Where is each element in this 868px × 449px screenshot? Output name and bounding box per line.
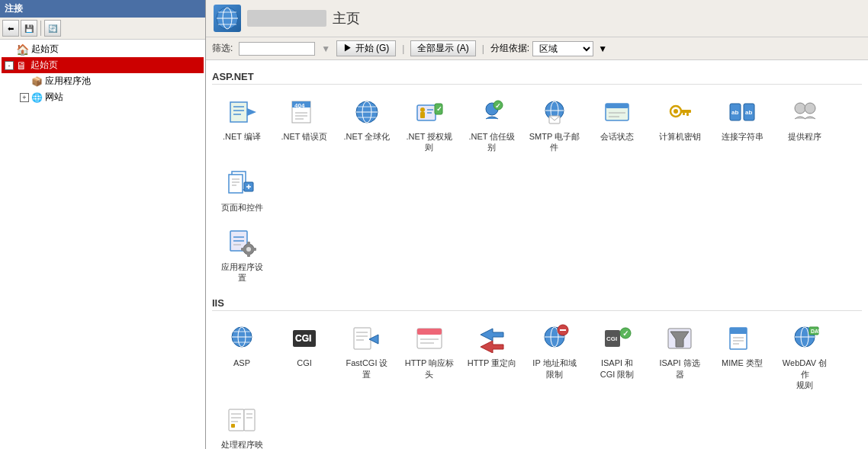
isapi-filter-icon-box: [664, 322, 696, 354]
svg-marker-86: [481, 341, 503, 353]
http-response-label: HTTP 响应标头: [405, 358, 455, 380]
sites-icon: 🌐: [31, 92, 43, 103]
machine-key-svg: [665, 98, 694, 127]
aspnet-grid: .NET 编译 404 .NET 错误页: [212, 91, 862, 218]
toolbar-sep: [40, 21, 41, 36]
group-select[interactable]: 区域: [532, 41, 593, 56]
server-icon: 🖥: [16, 59, 27, 72]
ip-domain-svg: [540, 324, 569, 353]
tree-item-server[interactable]: - 🖥 起始页: [2, 57, 204, 73]
svg-text:ab: ab: [745, 109, 752, 116]
icon-webdav[interactable]: DAV WebDAV 创作规则: [775, 317, 834, 396]
svg-point-48: [795, 103, 805, 114]
filter-sep4: ▼: [598, 43, 607, 54]
expand-sites[interactable]: +: [20, 93, 29, 102]
icon-fastcgi[interactable]: FastCGI 设置: [337, 317, 397, 396]
net-authz-label: .NET 授权规则: [407, 131, 453, 153]
icon-ip-domain[interactable]: IP 地址和域限制: [525, 317, 584, 396]
toolbar-save[interactable]: 💾: [21, 20, 37, 37]
ip-domain-label: IP 地址和域限制: [532, 358, 576, 380]
icon-machine-key[interactable]: 计算机密钥: [650, 91, 709, 159]
group-label: 分组依据:: [490, 42, 529, 55]
filter-sep2: |: [402, 43, 404, 54]
tree-item-apppool[interactable]: 📦 应用程序池: [2, 73, 204, 89]
machine-key-label: 计算机密钥: [659, 131, 701, 142]
machine-key-icon-box: [664, 96, 696, 128]
page-title: 主页: [333, 9, 360, 27]
svg-rect-99: [730, 328, 747, 334]
icon-smtp[interactable]: SMTP 电子邮件: [525, 91, 584, 159]
app-settings-label: 应用程序设置: [221, 261, 263, 284]
icon-app-settings[interactable]: 应用程序设置: [212, 221, 272, 289]
conn-string-svg: ab ab: [728, 98, 757, 127]
icon-net-global[interactable]: .NET 全球化: [337, 91, 397, 159]
icon-http-response[interactable]: HTTP 响应标头: [400, 317, 459, 396]
isapi-filter-label: ISAPI 筛选器: [659, 358, 699, 380]
isapi-filter-svg: [665, 324, 694, 353]
icon-http-redirect[interactable]: HTTP 重定向: [462, 317, 522, 396]
icon-isapi-cgi[interactable]: CGI ✓ ISAPI 和CGI 限制: [587, 317, 647, 396]
net-compile-label: .NET 编译: [223, 131, 261, 142]
icon-mime[interactable]: MIME 类型: [712, 317, 772, 396]
tree-item-start[interactable]: 🏠 起始页: [2, 41, 204, 57]
svg-text:✓: ✓: [436, 105, 442, 113]
mime-svg: [728, 324, 757, 353]
mime-label: MIME 类型: [722, 358, 763, 368]
svg-rect-21: [417, 105, 436, 120]
icon-handler[interactable]: 处理程序映射: [212, 399, 272, 449]
fastcgi-svg: [352, 324, 381, 353]
toolbar-refresh[interactable]: 🔄: [44, 20, 61, 37]
icon-net-error[interactable]: 404 .NET 错误页: [275, 91, 334, 159]
svg-text:ab: ab: [731, 109, 738, 116]
icon-isapi-filter[interactable]: ISAPI 筛选器: [650, 317, 709, 396]
svg-rect-23: [420, 112, 425, 118]
svg-rect-41: [680, 110, 691, 113]
net-error-label: .NET 错误页: [281, 131, 328, 142]
isapi-cgi-icon-box: CGI ✓: [601, 322, 633, 354]
filter-bar: 筛选: ▼ ▶ 开始 (G) | 全部显示 (A) | 分组依据: 区域 ▼: [206, 37, 868, 60]
icon-net-authz[interactable]: ✓ .NET 授权规则: [400, 91, 459, 159]
tree-item-sites[interactable]: + 🌐 网站: [2, 89, 204, 105]
mime-icon-box: [726, 322, 758, 354]
server-name-block: [247, 10, 326, 27]
toolbar: ⬅ 💾 🔄: [0, 18, 205, 40]
start-btn[interactable]: ▶ 开始 (G): [336, 40, 396, 56]
pages-label: 页面和控件: [221, 202, 263, 213]
http-redirect-svg: [477, 324, 506, 353]
toolbar-back[interactable]: ⬅: [2, 20, 19, 37]
filter-sep3: |: [482, 43, 484, 54]
net-trust-label: .NET 信任级别: [469, 131, 516, 153]
webdav-svg: DAV: [790, 324, 819, 353]
icon-net-compile[interactable]: .NET 编译: [212, 91, 272, 159]
net-authz-svg: ✓: [415, 98, 444, 127]
smtp-label: SMTP 电子邮件: [529, 131, 580, 153]
cgi-label: CGI: [297, 358, 312, 368]
icon-pages[interactable]: 页面和控件: [212, 162, 272, 218]
conn-string-label: 连接字符串: [722, 131, 764, 142]
home-icon: 🏠: [16, 43, 29, 56]
svg-rect-5: [230, 102, 247, 122]
tree-item-sites-label: 网站: [45, 91, 63, 104]
icon-conn-string[interactable]: ab ab 连接字符串: [712, 91, 772, 159]
show-all-btn[interactable]: 全部显示 (A): [410, 40, 475, 56]
icon-providers[interactable]: 提供程序: [775, 91, 834, 159]
icon-net-trust[interactable]: ✓ .NET 信任级别: [462, 91, 522, 159]
svg-marker-9: [247, 108, 256, 116]
svg-point-22: [420, 107, 425, 112]
http-redirect-label: HTTP 重定向: [468, 358, 517, 368]
icon-asp[interactable]: ASP: [212, 317, 272, 396]
icon-cgi[interactable]: CGI CGI CGI: [275, 317, 334, 396]
net-compile-icon-box: [226, 96, 258, 128]
expand-server[interactable]: -: [5, 61, 14, 70]
http-response-icon-box: [413, 322, 445, 354]
svg-rect-66: [241, 248, 245, 251]
svg-point-40: [674, 109, 678, 114]
icon-session[interactable]: 会话状态: [587, 91, 647, 159]
svg-text:✓: ✓: [622, 329, 628, 338]
svg-text:CGI: CGI: [606, 335, 617, 342]
smtp-icon-box: [538, 96, 571, 128]
filter-input[interactable]: [239, 42, 315, 56]
isapi-cgi-svg: CGI ✓: [603, 324, 632, 353]
net-error-icon-box: 404: [288, 96, 320, 128]
handler-svg: [227, 406, 256, 435]
